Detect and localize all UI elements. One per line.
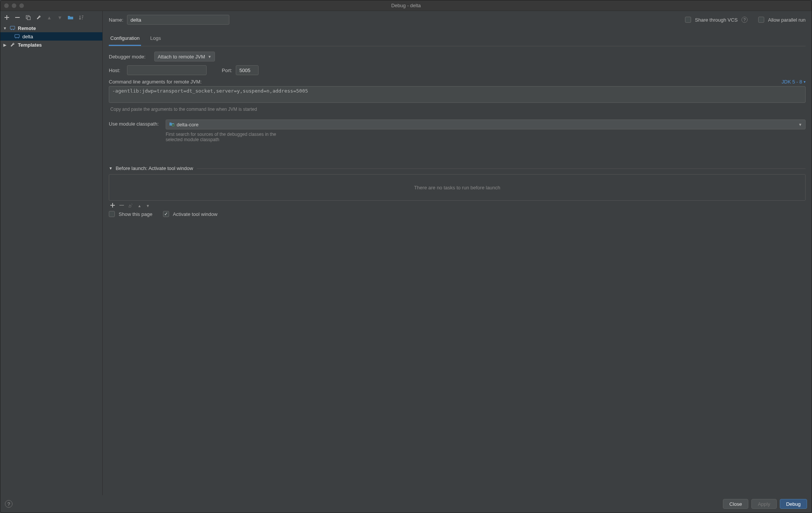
name-label: Name: [109,17,123,23]
edit-task-icon[interactable] [129,203,133,209]
top-right-options: Share through VCS ? Allow parallel run [685,17,806,23]
module-icon [169,121,174,128]
before-launch-section: ▼ Before launch: Activate tool window [109,165,806,174]
debug-button[interactable]: Debug [780,499,807,509]
host-label: Host: [109,68,123,73]
sidebar: ▲ ▼ ▼ Remote [0,11,103,495]
show-page-checkbox[interactable] [109,211,115,217]
svg-point-6 [16,38,16,38]
chevron-down-icon: ▼ [208,55,212,59]
chevron-down-icon: ▾ [804,80,806,84]
edit-defaults-icon[interactable] [35,14,42,21]
remote-group-icon [9,25,16,31]
share-vcs-label: Share through VCS [695,17,738,23]
tab-bar: Configuration Logs [109,32,806,46]
tree-item-delta[interactable]: delta [0,32,102,41]
help-icon[interactable]: ? [741,17,748,23]
port-label: Port: [222,68,232,73]
activate-tool-checkbox[interactable]: ✓ [163,211,169,217]
chevron-down-icon: ▼ [798,123,802,127]
content-panel: Name: Share through VCS ? Allow parallel… [103,11,812,495]
chevron-down-icon: ▼ [109,166,113,170]
cmd-args-header: Command line arguments for remote JVM: J… [109,79,806,85]
add-config-icon[interactable] [3,14,10,21]
move-down-icon[interactable]: ▼ [56,14,63,21]
svg-point-3 [11,29,12,30]
tree-group-label: Templates [18,42,42,48]
add-task-icon[interactable] [110,203,115,209]
svg-point-7 [18,38,19,38]
module-classpath-value: delta-core [177,122,199,127]
bottom-checkbox-row: Show this page ✓ Activate tool window [109,211,806,217]
before-launch-list: There are no tasks to run before launch [109,174,806,201]
remote-config-icon [14,33,20,39]
chevron-right-icon: ▶ [3,43,7,47]
tree-group-remote[interactable]: ▼ Remote [0,24,102,32]
dialog-body: ▲ ▼ ▼ Remote [0,11,812,495]
debugger-mode-select[interactable]: Attach to remote JVM ▼ [154,52,215,61]
close-button[interactable]: Close [723,499,748,509]
dialog-window: Debug - delta ▲ ▼ [0,0,812,513]
configuration-panel: Debugger mode: Attach to remote JVM ▼ Ho… [109,46,806,221]
debugger-mode-value: Attach to remote JVM [158,54,205,60]
debugger-mode-label: Debugger mode: [109,54,150,60]
host-input[interactable] [127,65,207,75]
svg-rect-5 [15,35,19,38]
svg-point-4 [13,29,14,30]
module-row: Use module classpath: delta-core ▼ First… [109,120,806,142]
show-page-label: Show this page [119,211,152,217]
zoom-window-icon[interactable] [19,3,24,8]
copy-config-icon[interactable] [25,14,31,21]
cmd-args-label: Command line arguments for remote JVM: [109,79,202,85]
remove-task-icon[interactable] [119,203,124,209]
remove-config-icon[interactable] [14,14,21,21]
host-port-row: Host: Port: [109,65,806,75]
tab-logs[interactable]: Logs [149,32,162,46]
cmd-args-hint: Copy and paste the arguments to the comm… [110,107,804,112]
sort-icon[interactable] [78,14,85,21]
svg-rect-1 [27,17,30,20]
chevron-down-icon: ▼ [3,26,7,30]
activate-tool-label: Activate tool window [173,211,218,217]
window-titlebar[interactable]: Debug - delta [0,0,812,11]
allow-parallel-checkbox[interactable] [758,17,764,23]
port-input[interactable] [236,65,259,75]
debugger-mode-row: Debugger mode: Attach to remote JVM ▼ [109,52,806,61]
before-launch-label: Before launch: Activate tool window [116,165,193,171]
move-task-up-icon[interactable]: ▲ [138,204,141,208]
module-classpath-select[interactable]: delta-core ▼ [166,120,806,129]
module-classpath-label: Use module classpath: [109,120,162,127]
move-up-icon[interactable]: ▲ [46,14,53,21]
name-row: Name: Share through VCS ? Allow parallel… [109,15,806,25]
window-title: Debug - delta [391,3,421,8]
share-vcs-checkbox[interactable] [685,17,691,23]
close-window-icon[interactable] [4,3,9,8]
tree-group-templates[interactable]: ▶ Templates [0,41,102,49]
allow-parallel-label: Allow parallel run [768,17,806,23]
tree-group-label: Remote [18,25,36,31]
svg-rect-8 [172,124,174,126]
move-task-down-icon[interactable]: ▼ [146,204,150,208]
before-launch-header[interactable]: ▼ Before launch: Activate tool window [109,165,197,171]
config-tree: ▼ Remote delta ▶ Te [0,24,102,495]
name-input[interactable] [127,15,229,25]
window-controls [4,3,24,8]
jdk-version-dropdown[interactable]: JDK 5 - 8 ▾ [782,79,806,85]
before-launch-toolbar: ▲ ▼ [109,201,806,211]
module-hint: First search for sources of the debugged… [166,132,279,142]
tab-configuration[interactable]: Configuration [109,32,141,46]
footer-help-icon[interactable]: ? [5,500,13,508]
apply-button[interactable]: Apply [751,499,777,509]
sidebar-toolbar: ▲ ▼ [0,13,102,24]
save-folder-icon[interactable] [67,14,74,21]
minimize-window-icon[interactable] [12,3,16,8]
svg-rect-2 [10,26,15,29]
cmd-args-field[interactable]: -agentlib:jdwp=transport=dt_socket,serve… [109,86,806,103]
tree-item-label: delta [22,34,33,39]
dialog-footer: ? Close Apply Debug [0,495,812,513]
jdk-version-label: JDK 5 - 8 [782,79,802,85]
wrench-icon [9,42,16,48]
before-launch-empty-text: There are no tasks to run before launch [414,185,500,190]
